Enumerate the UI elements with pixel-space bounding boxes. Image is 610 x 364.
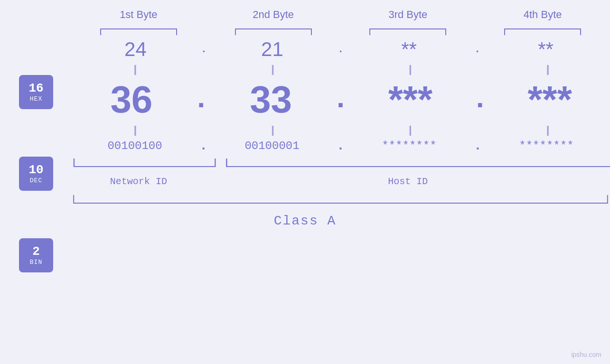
byte-header-2: 2nd Byte: [206, 9, 341, 21]
eq2-4: ||: [484, 124, 610, 136]
bin-cell-1: 00100100: [71, 140, 198, 152]
equals-row-1: || || || ||: [71, 61, 610, 78]
id-labels: Network ID Host ID: [0, 176, 610, 187]
bin-value-2: 00100001: [244, 140, 299, 152]
class-bracket: [71, 193, 610, 206]
hex-cell-3: **: [345, 38, 473, 61]
dec-row: 36 . 33 . *** . ***: [71, 78, 610, 121]
bin-cell-4: ********: [483, 140, 610, 152]
eq2-1: ||: [71, 124, 197, 136]
eq2-2: ||: [209, 124, 335, 136]
dec-cell-4: ***: [489, 78, 610, 121]
host-id-label: Host ID: [206, 176, 610, 187]
bin-value-1: 00100100: [107, 140, 162, 152]
bin-cell-2: 00100001: [208, 140, 336, 152]
eq2-3: ||: [347, 124, 473, 136]
dot-bin-3: .: [474, 139, 482, 153]
hex-cell-1: 24: [71, 38, 200, 61]
eq1-4: ||: [484, 63, 610, 75]
rows-area: 24 . 21 . ** . ** || || || ||: [0, 36, 610, 153]
dot-bin-2: .: [337, 139, 345, 153]
bin-row: 00100100 . 00100001 . ******** . *******…: [71, 139, 610, 153]
main-container: 1st Byte 2nd Byte 3rd Byte 4th Byte: [0, 0, 610, 364]
badges-column: 16 HEX 10 DEC 2 BIN: [19, 75, 53, 272]
byte-header-3: 3rd Byte: [341, 9, 476, 21]
hex-value-1: 24: [124, 38, 147, 61]
dec-value-4: ***: [527, 78, 572, 121]
dot-hex-2: .: [338, 44, 344, 56]
bin-value-4: ********: [519, 140, 573, 152]
dot-dec-2: .: [332, 84, 349, 116]
network-id-label: Network ID: [71, 176, 206, 187]
network-bracket: [71, 156, 218, 169]
class-label: Class A: [274, 214, 337, 228]
hex-value-2: 21: [261, 38, 283, 61]
dot-hex-3: .: [474, 44, 480, 56]
dec-value-1: 36: [110, 78, 152, 121]
class-bracket-area: [0, 193, 610, 206]
dec-cell-2: 33: [211, 78, 331, 121]
hex-row: 24 . 21 . ** . **: [71, 38, 610, 61]
host-bracket: [224, 156, 610, 169]
bracket-top-2: [206, 23, 341, 36]
bottom-brackets-area: [0, 156, 610, 173]
hex-badge: 16 HEX: [19, 75, 53, 109]
bracket-top-4: [475, 23, 610, 36]
bin-cell-3: ********: [346, 140, 473, 152]
equals-row-2: || || || ||: [71, 121, 610, 139]
dot-dec-1: .: [193, 84, 210, 116]
dec-value-3: ***: [388, 78, 432, 121]
hex-cell-2: 21: [208, 38, 337, 61]
eq1-1: ||: [71, 63, 197, 75]
dot-bin-1: .: [199, 139, 207, 153]
bin-value-3: ********: [382, 140, 436, 152]
bin-badge: 2 BIN: [19, 238, 53, 272]
eq1-3: ||: [347, 63, 473, 75]
bracket-top-1: [71, 23, 206, 36]
byte-header-4: 4th Byte: [475, 9, 610, 21]
hex-value-3: **: [401, 38, 417, 61]
watermark: ipshu.com: [571, 351, 601, 358]
dot-hex-1: .: [201, 44, 207, 56]
dec-cell-1: 36: [71, 78, 192, 121]
dot-dec-3: .: [471, 84, 488, 116]
eq1-2: ||: [209, 63, 335, 75]
hex-value-4: **: [538, 38, 554, 61]
bracket-top-3: [341, 23, 476, 36]
byte-headers: 1st Byte 2nd Byte 3rd Byte 4th Byte: [0, 9, 610, 21]
byte-header-1: 1st Byte: [71, 9, 206, 21]
dec-cell-3: ***: [350, 78, 471, 121]
hex-cell-4: **: [481, 38, 610, 61]
dec-value-2: 33: [250, 78, 292, 121]
top-brackets: [0, 23, 610, 36]
